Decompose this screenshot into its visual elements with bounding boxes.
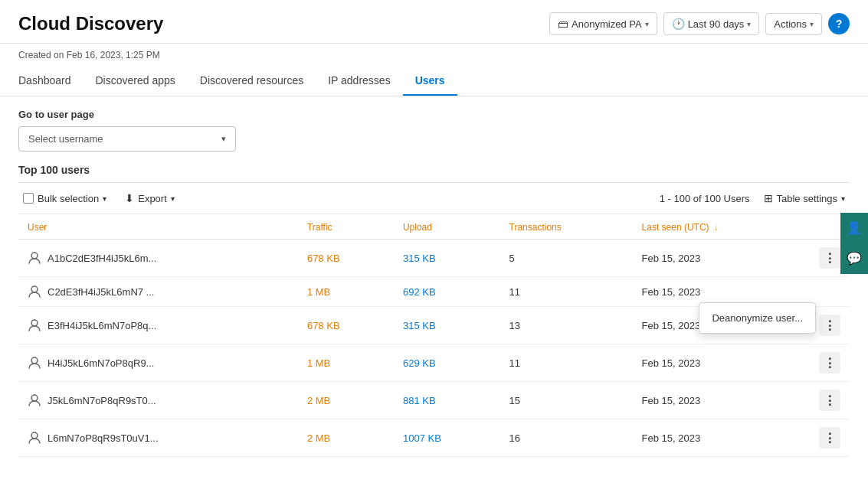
traffic-cell: 2 MB bbox=[298, 419, 394, 457]
last-seen-label: Last seen (UTC) bbox=[642, 222, 709, 233]
svg-point-4 bbox=[31, 395, 38, 401]
side-panel-chat-icon: 💬 bbox=[847, 251, 862, 266]
main-content: Go to user page Select username ▾ Top 10… bbox=[0, 96, 868, 469]
traffic-cell: 678 KB bbox=[298, 240, 394, 277]
user-cell: C2dE3fH4iJ5kL6mN7 ... bbox=[18, 277, 298, 307]
user-name: L6mN7oP8qR9sT0uV1... bbox=[47, 432, 159, 444]
col-header-user[interactable]: User bbox=[18, 216, 298, 240]
user-name: E3fH4iJ5kL6mN7oP8q... bbox=[47, 320, 156, 331]
transactions-cell: 15 bbox=[500, 382, 633, 419]
side-panel: 👤 💬 bbox=[840, 213, 868, 274]
ellipsis-icon: ⋮ bbox=[824, 431, 837, 445]
row-more-button[interactable]: ⋮ bbox=[819, 247, 840, 269]
sub-header: Created on Feb 16, 2023, 1:25 PM bbox=[0, 44, 868, 60]
traffic-cell: 678 KB bbox=[298, 307, 394, 344]
actions-button[interactable]: Actions ▾ bbox=[765, 13, 822, 35]
upload-cell: 629 KB bbox=[394, 344, 500, 382]
row-actions-cell: ⋮ bbox=[810, 344, 850, 382]
user-cell: L6mN7oP8qR9sT0uV1... bbox=[18, 419, 298, 457]
page-title: Cloud Discovery bbox=[18, 13, 163, 34]
time-range-chevron-icon: ▾ bbox=[747, 20, 751, 28]
bulk-chevron-icon: ▾ bbox=[103, 194, 106, 203]
tabs-container: Dashboard Discovered apps Discovered res… bbox=[0, 67, 868, 96]
table-settings-chevron-icon: ▾ bbox=[841, 194, 845, 203]
tab-discovered-apps[interactable]: Discovered apps bbox=[84, 67, 188, 96]
tab-users[interactable]: Users bbox=[403, 67, 457, 96]
transactions-cell: 5 bbox=[500, 240, 633, 277]
export-button[interactable]: ⬇ Export ▾ bbox=[120, 189, 179, 207]
transactions-cell: 11 bbox=[500, 277, 633, 307]
col-header-last-seen[interactable]: Last seen (UTC) ↓ bbox=[633, 216, 810, 240]
table-settings-icon: ⊞ bbox=[764, 192, 773, 204]
time-range-label: Last 90 days bbox=[688, 18, 745, 30]
row-actions-cell: ⋮ bbox=[810, 382, 850, 419]
upload-cell: 315 KB bbox=[394, 240, 500, 277]
user-cell: H4iJ5kL6mN7oP8qR9... bbox=[18, 344, 298, 382]
bulk-selection-label: Bulk selection bbox=[38, 193, 99, 204]
bulk-selection-button[interactable]: Bulk selection ▾ bbox=[18, 190, 111, 207]
header: Cloud Discovery 🗃 Anonymized PA ▾ 🕐 Last… bbox=[0, 0, 868, 44]
table-settings-label: Table settings bbox=[777, 193, 838, 204]
upload-cell: 1007 KB bbox=[394, 419, 500, 457]
side-panel-user-button[interactable]: 👤 bbox=[840, 213, 868, 243]
traffic-cell: 2 MB bbox=[298, 382, 394, 419]
table-toolbar: Bulk selection ▾ ⬇ Export ▾ 1 - 100 of 1… bbox=[18, 182, 850, 214]
side-panel-user-icon: 👤 bbox=[847, 220, 862, 235]
table-row: J5kL6mN7oP8qR9sT0...2 MB881 KB15Feb 15, … bbox=[18, 382, 850, 419]
help-button[interactable]: ? bbox=[828, 13, 850, 34]
ellipsis-icon: ⋮ bbox=[824, 251, 837, 266]
anonymized-pa-button[interactable]: 🗃 Anonymized PA ▾ bbox=[549, 12, 657, 35]
ellipsis-icon: ⋮ bbox=[824, 318, 837, 333]
export-chevron-icon: ▾ bbox=[171, 194, 175, 203]
anonymized-chevron-icon: ▾ bbox=[645, 20, 649, 28]
export-label: Export bbox=[138, 193, 167, 204]
traffic-cell: 1 MB bbox=[298, 277, 394, 307]
sort-arrow-icon: ↓ bbox=[714, 223, 718, 232]
user-name: J5kL6mN7oP8qR9sT0... bbox=[47, 395, 156, 406]
upload-cell: 315 KB bbox=[394, 307, 500, 344]
table-row: A1bC2dE3fH4iJ5kL6m...678 KB315 KB5Feb 15… bbox=[18, 240, 850, 277]
svg-point-2 bbox=[31, 320, 38, 326]
row-more-button[interactable]: ⋮ bbox=[819, 390, 840, 411]
svg-point-5 bbox=[31, 432, 38, 439]
col-header-traffic[interactable]: Traffic bbox=[298, 216, 394, 240]
row-more-button[interactable]: ⋮ bbox=[819, 427, 840, 448]
table-settings-button[interactable]: ⊞ Table settings ▾ bbox=[759, 189, 850, 207]
top-users-label: Top 100 users bbox=[18, 164, 850, 176]
user-cell: E3fH4iJ5kL6mN7oP8q... bbox=[18, 307, 298, 344]
users-table: User Traffic Upload Transactions Last se… bbox=[18, 216, 850, 457]
user-cell: J5kL6mN7oP8qR9sT0... bbox=[18, 382, 298, 419]
svg-point-3 bbox=[31, 357, 38, 364]
svg-point-1 bbox=[31, 286, 38, 292]
go-to-user-label: Go to user page bbox=[18, 109, 850, 120]
side-panel-chat-button[interactable]: 💬 bbox=[840, 243, 868, 274]
actions-label: Actions bbox=[774, 18, 807, 30]
clock-icon: 🕐 bbox=[672, 18, 685, 30]
row-more-button[interactable]: ⋮ bbox=[819, 315, 840, 336]
upload-cell: 692 KB bbox=[394, 277, 500, 307]
tab-discovered-resources[interactable]: Discovered resources bbox=[188, 67, 316, 96]
created-on-text: Created on Feb 16, 2023, 1:25 PM bbox=[18, 50, 160, 60]
help-icon: ? bbox=[836, 18, 843, 30]
username-select-dropdown[interactable]: Select username ▾ bbox=[18, 126, 236, 152]
time-range-button[interactable]: 🕐 Last 90 days ▾ bbox=[663, 12, 760, 35]
row-actions-cell bbox=[810, 277, 850, 307]
header-actions: 🗃 Anonymized PA ▾ 🕐 Last 90 days ▾ Actio… bbox=[549, 12, 850, 35]
tab-ip-addresses[interactable]: IP addresses bbox=[316, 67, 402, 96]
anonymized-label: Anonymized PA bbox=[572, 18, 642, 30]
context-menu: Deanonymize user... bbox=[699, 302, 816, 334]
row-more-button[interactable]: ⋮ bbox=[819, 352, 840, 373]
tab-dashboard[interactable]: Dashboard bbox=[18, 67, 84, 96]
transactions-cell: 13 bbox=[500, 307, 633, 344]
svg-point-0 bbox=[31, 253, 38, 259]
last-seen-cell: Feb 15, 2023 bbox=[633, 240, 810, 277]
user-name: A1bC2dE3fH4iJ5kL6m... bbox=[47, 253, 156, 264]
traffic-cell: 1 MB bbox=[298, 344, 394, 382]
transactions-cell: 16 bbox=[500, 419, 633, 457]
col-header-upload[interactable]: Upload bbox=[394, 216, 500, 240]
col-header-transactions[interactable]: Transactions bbox=[500, 216, 633, 240]
export-icon: ⬇ bbox=[125, 192, 134, 204]
upload-cell: 881 KB bbox=[394, 382, 500, 419]
table-row: H4iJ5kL6mN7oP8qR9...1 MB629 KB11Feb 15, … bbox=[18, 344, 850, 382]
deanonymize-menu-item[interactable]: Deanonymize user... bbox=[699, 306, 815, 330]
